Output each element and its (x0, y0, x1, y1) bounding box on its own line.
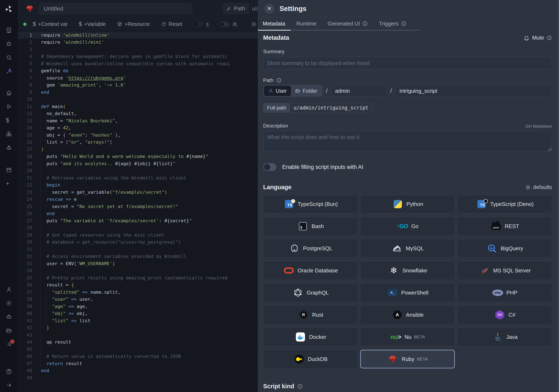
code-line-15[interactable]: 15 obj = { "even": "hashes" }, (18, 131, 258, 139)
sidebar-item-home[interactable] (0, 86, 18, 100)
language-card-php[interactable]: phpPHP (457, 283, 552, 302)
code-line-28[interactable]: 28 (18, 224, 258, 232)
close-button[interactable]: ✕ (264, 4, 274, 14)
language-card-ruby[interactable]: RubyBETA (360, 350, 455, 368)
code-line-11[interactable]: 11def main( (18, 103, 258, 110)
code-line-48[interactable]: 48end (18, 367, 258, 374)
code-line-39[interactable]: 39 "age" => age, (18, 303, 258, 310)
sidebar-item-list[interactable] (0, 337, 18, 351)
code-line-22[interactable]: 22 begin (18, 182, 258, 189)
ai-inputs-toggle[interactable] (263, 163, 276, 171)
code-line-26[interactable]: 26 end (18, 210, 258, 217)
code-line-29[interactable]: 29 # Get typed resources using the mini … (18, 231, 258, 239)
code-line-12[interactable]: 12 no_default, (18, 110, 258, 117)
sidebar-item-star[interactable] (0, 37, 18, 51)
language-card-rust[interactable]: RRust (263, 305, 358, 324)
code-line-21[interactable]: 21 # Retrieve variables using the Windmi… (18, 174, 258, 182)
code-line-20[interactable]: 20 (18, 167, 258, 174)
language-card-typescript-deno-[interactable]: TSTypeScript (Deno) (457, 195, 552, 213)
owner-kind-user-button[interactable]: User (264, 86, 291, 96)
script-title-input[interactable] (39, 3, 192, 15)
tab-metadata[interactable]: Metadata (258, 17, 291, 31)
sidebar-item-arrow-right[interactable] (0, 378, 18, 392)
code-line-14[interactable]: 14 age = 42, (18, 124, 258, 132)
sidebar-item-calendar[interactable] (0, 163, 18, 177)
code-line-18[interactable]: 18 puts "Hello World and a warm welcome … (18, 153, 258, 160)
language-card-mysql[interactable]: MySQLMySQL (360, 239, 455, 258)
code-line-27[interactable]: 27 puts "The variable at 'f/examples/sec… (18, 217, 258, 224)
sidebar-item-play[interactable] (0, 100, 18, 113)
path-button[interactable]: Path u/a (223, 3, 258, 14)
tab-triggers[interactable]: Triggers (373, 17, 412, 31)
code-line-17[interactable]: 17) (18, 146, 258, 153)
sidebar-item-building[interactable] (0, 23, 18, 37)
language-card-snowflake[interactable]: ❄Snowflake (360, 261, 455, 280)
language-card-ms-sql-server[interactable]: MS SQL Server (457, 261, 552, 280)
code-line-9[interactable]: 9end (18, 89, 258, 96)
language-card-python[interactable]: Python (360, 195, 455, 213)
code-line-40[interactable]: 40 "obj" => obj, (18, 310, 258, 317)
code-line-1[interactable]: 1require 'windmill/inline' (18, 31, 258, 39)
sidebar-item-magic-wand[interactable] (0, 64, 18, 78)
defaults-button[interactable]: defaults (525, 184, 552, 191)
language-card-ansible[interactable]: AAnsible (360, 305, 455, 324)
code-line-10[interactable]: 10 (18, 96, 258, 103)
panel-scrollbar[interactable] (557, 0, 559, 392)
sidebar-item-dollar[interactable]: $ (0, 113, 18, 127)
description-textarea[interactable] (263, 131, 552, 152)
code-line-32[interactable]: 32 # Access environment variables provid… (18, 253, 258, 260)
code-line-16[interactable]: 16 list = ["or", "arrays!"] (18, 139, 258, 146)
code-line-33[interactable]: 33 user = ENV['WM_USERNAME'] (18, 260, 258, 267)
tab-runtime[interactable]: Runtime (291, 17, 322, 31)
code-line-8[interactable]: 8 gem 'amazing_print', '~> 1.6' (18, 82, 258, 89)
sidebar-item-search[interactable] (0, 51, 18, 64)
language-card-bigquery[interactable]: BigQuery (457, 239, 552, 258)
language-card-docker[interactable]: Docker (263, 328, 358, 346)
sidebar-item-plus[interactable]: + (0, 177, 18, 191)
language-card-graphql[interactable]: GraphQL (263, 283, 358, 302)
code-line-7[interactable]: 7 source 'https://rubygems.org' (18, 74, 258, 82)
sidebar-item-user[interactable] (0, 283, 18, 296)
code-line-37[interactable]: 37 "splitted" => name.split, (18, 289, 258, 296)
sidebar-item-pyramid[interactable] (0, 141, 18, 155)
language-card-bash[interactable]: $Bash (263, 217, 358, 236)
sidebar-item-gear[interactable] (0, 296, 18, 310)
collab-mode-toggle[interactable] (219, 22, 229, 27)
language-card-powershell[interactable]: >_PowerShell (360, 283, 455, 302)
add-context-var-button[interactable]: $+Context var (33, 21, 67, 27)
code-line-6[interactable]: 6gemfile do (18, 67, 258, 74)
path-name-input[interactable] (395, 85, 552, 97)
code-line-3[interactable]: 3 (18, 46, 258, 53)
code-line-24[interactable]: 24 rescue => e (18, 196, 258, 203)
code-line-42[interactable]: 42 } (18, 324, 258, 332)
sidebar-item-folder[interactable] (0, 324, 18, 337)
code-line-43[interactable]: 43 (18, 331, 258, 339)
code-line-45[interactable]: 45 (18, 346, 258, 353)
code-line-30[interactable]: 30 # database = get_resource("u/user/my_… (18, 239, 258, 246)
path-owner-input[interactable] (331, 85, 387, 97)
language-card-java[interactable]: JavaJava (457, 328, 552, 346)
add-resource-button[interactable]: +Resource (117, 21, 150, 27)
code-line-38[interactable]: 38 "user" => user, (18, 296, 258, 303)
tab-generated-ui[interactable]: Generated UI (322, 17, 373, 31)
sidebar-item-cubes[interactable] (0, 127, 18, 141)
language-card-typescript-bun-[interactable]: TSTypeScript (Bun) (263, 195, 358, 213)
reset-button[interactable]: Reset (161, 21, 182, 27)
sidebar-item-help[interactable] (0, 365, 18, 378)
editor-settings-gear-icon[interactable] (251, 21, 257, 27)
people-icon[interactable] (232, 21, 238, 27)
code-line-49[interactable]: 49 (18, 374, 258, 382)
code-editor[interactable]: 1require 'windmill/inline'2require 'wind… (18, 31, 258, 392)
diff-mode-toggle[interactable] (193, 22, 203, 27)
code-line-23[interactable]: 23 secret = get_variable("f/examples/sec… (18, 189, 258, 196)
code-line-34[interactable]: 34 (18, 267, 258, 274)
owner-kind-folder-button[interactable]: Folder (291, 86, 322, 96)
code-line-47[interactable]: 47 return result (18, 360, 258, 367)
language-card-c-[interactable]: C#C# (457, 305, 552, 324)
code-line-31[interactable]: 31 (18, 246, 258, 253)
code-line-25[interactable]: 25 secret = "No secret yet at f/examples… (18, 203, 258, 210)
language-card-postgresql[interactable]: PostgreSQL (263, 239, 358, 258)
language-card-oracle-database[interactable]: Oracle Database (263, 261, 358, 280)
language-card-duckdb[interactable]: DuckDB (263, 350, 358, 368)
add-variable-button[interactable]: $+Variable (79, 21, 106, 27)
